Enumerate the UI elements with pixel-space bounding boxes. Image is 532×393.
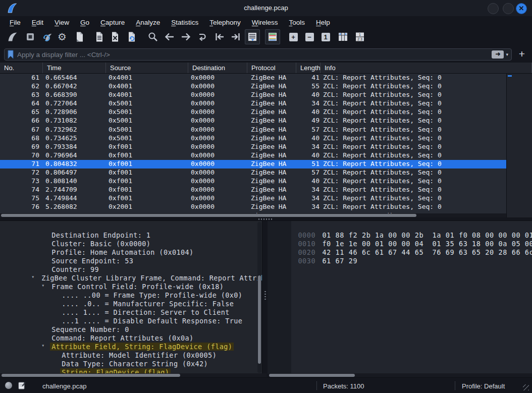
menu-item-statistics[interactable]: Statistics: [166, 18, 204, 27]
column-header-destination[interactable]: Destination: [188, 63, 247, 73]
scrollbar-thumb[interactable]: [1, 214, 416, 217]
statusbar-profile[interactable]: Profile: Default: [462, 382, 505, 390]
start-capture-button[interactable]: [6, 30, 20, 44]
menu-item-telephony[interactable]: Telephony: [204, 18, 246, 27]
capture-comment-icon[interactable]: [18, 381, 26, 389]
detail-line[interactable]: ▾String: FlagDevice (flag): [0, 360, 257, 369]
maximize-button[interactable]: [503, 3, 514, 14]
packet-row-68[interactable]: 680.7346250x5001 0x0000ZigBee HA40ZCL: R…: [0, 134, 506, 143]
menu-item-edit[interactable]: Edit: [26, 18, 49, 27]
capture-options-button[interactable]: ⚙: [55, 30, 69, 44]
reload-file-button[interactable]: [125, 30, 139, 44]
packet-row-69[interactable]: 690.7933840xf001 0x0000ZigBee HA34ZCL: R…: [0, 143, 506, 151]
column-header-info[interactable]: Info: [321, 63, 532, 73]
find-packet-button[interactable]: [146, 30, 160, 44]
menu-item-analyze[interactable]: Analyze: [130, 18, 166, 27]
go-forward-button[interactable]: [179, 30, 193, 44]
add-filter-button[interactable]: +: [519, 47, 525, 61]
menu-item-view[interactable]: View: [49, 18, 75, 27]
go-back-button[interactable]: [163, 30, 177, 44]
packet-list-hscrollbar[interactable]: [0, 213, 506, 217]
stop-capture-button[interactable]: [23, 30, 37, 44]
menu-item-wireless[interactable]: Wireless: [246, 18, 284, 27]
detail-line[interactable]: ▾Attribute Field, String: FlagDevice (fl…: [0, 334, 257, 343]
packet-row-64[interactable]: 640.7270640x5001 0x0000ZigBee HA34ZCL: R…: [0, 99, 506, 108]
packet-row-70[interactable]: 700.7969640xf001 0x0000ZigBee HA40ZCL: R…: [0, 151, 506, 160]
packet-row-75[interactable]: 754.7498440xf001 0x0000ZigBee HA34ZCL: R…: [0, 194, 506, 203]
resize-columns-button[interactable]: [336, 30, 350, 44]
menu-item-capture[interactable]: Capture: [95, 18, 130, 27]
packet-row-65[interactable]: 650.7289060x5001 0x0000ZigBee HA40ZCL: R…: [0, 108, 506, 117]
hex-bytes[interactable]: f0 1e 1e 00 01 00 00 04 01 35 63 18 00 0…: [317, 240, 532, 248]
zoom-out-button[interactable]: −: [302, 30, 316, 44]
detail-line[interactable]: ▾...1 .... = Disable Default Response: T…: [0, 309, 257, 317]
column-header-protocol[interactable]: Protocol: [247, 63, 296, 73]
normal-size-button[interactable]: 1: [318, 30, 333, 44]
open-file-button[interactable]: [73, 30, 87, 44]
packet-list-scrollbar[interactable]: [506, 74, 532, 217]
apply-filter-button[interactable]: ➜: [492, 50, 504, 59]
details-vscrollbar[interactable]: [257, 222, 261, 373]
menu-item-go[interactable]: Go: [75, 18, 95, 27]
detail-line[interactable]: ▾Destination Endpoint: 1: [0, 223, 257, 232]
packet-row-61[interactable]: 610.6654640x4001 0x0000ZigBee HA41ZCL: R…: [0, 74, 506, 82]
detail-line[interactable]: ▾Command: Report Attributes (0x0a): [0, 326, 257, 334]
close-button[interactable]: ✕: [516, 3, 527, 14]
detail-line[interactable]: ▾.... ..00 = Frame Type: Profile-wide (0…: [0, 283, 257, 292]
column-header-time[interactable]: Time: [43, 63, 106, 73]
detail-line[interactable]: ▾Counter: 99: [0, 257, 257, 266]
hex-bytes[interactable]: 61 67 29: [317, 257, 357, 265]
numbered-columns-button[interactable]: 12 3: [353, 30, 367, 44]
detail-line[interactable]: ▾Cluster: Basic (0x0000): [0, 232, 257, 240]
packet-row-74[interactable]: 742.7447090xf001 0x0000ZigBee HA34ZCL: R…: [0, 186, 506, 194]
detail-line[interactable]: ▾ZigBee Cluster Library Frame, Command: …: [0, 266, 257, 274]
expert-info-icon[interactable]: [5, 382, 12, 389]
hex-row[interactable]: 000001 88 f2 2b 1a 00 00 2b 1a 01 f0 08 …: [268, 223, 532, 232]
save-file-button[interactable]: [92, 30, 107, 44]
statusbar-filename[interactable]: challenge.pcap: [42, 382, 86, 390]
detail-line[interactable]: ▾Source Endpoint: 53: [0, 249, 257, 257]
window-resize-grip[interactable]: [523, 384, 529, 390]
detail-line[interactable]: ▾Profile: Home Automation (0x0104): [0, 240, 257, 249]
restart-capture-button[interactable]: [41, 30, 55, 44]
column-header-source[interactable]: Source: [106, 63, 188, 73]
detail-line[interactable]: ▾Sequence Number: 0: [0, 317, 257, 326]
packet-row-62[interactable]: 620.6670420x4001 0x0000ZigBee HA55ZCL: R…: [0, 82, 506, 91]
detail-line[interactable]: ▾.... 1... = Direction: Server to Client: [0, 300, 257, 309]
minimize-button[interactable]: [488, 3, 499, 14]
packet-row-66[interactable]: 660.7310820x5001 0x0000ZigBee HA49ZCL: R…: [0, 117, 506, 125]
go-to-packet-button[interactable]: [195, 30, 209, 44]
column-header-no[interactable]: No.: [0, 63, 43, 73]
zoom-in-button[interactable]: +: [286, 30, 300, 44]
menu-item-help[interactable]: Help: [310, 18, 336, 27]
packet-row-76[interactable]: 765.2680820x2001 0x0000ZigBee HA34ZCL: R…: [0, 203, 506, 211]
auto-scroll-toggle[interactable]: [245, 29, 260, 44]
go-first-packet-button[interactable]: [212, 30, 227, 44]
packet-row-73[interactable]: 730.8081400xf001 0x0000ZigBee HA40ZCL: R…: [0, 177, 506, 186]
bytes-hscrollbar[interactable]: [269, 373, 532, 377]
scrollbar-thumb[interactable]: [258, 275, 261, 364]
filter-dropdown-caret-icon[interactable]: ▾: [506, 52, 508, 57]
hex-bytes[interactable]: 42 11 46 6c 61 67 44 65 76 69 63 65 20 2…: [317, 248, 532, 256]
packet-row-67[interactable]: 670.7329620x5001 0x0000ZigBee HA57ZCL: R…: [0, 126, 506, 134]
packet-row-63[interactable]: 630.6683900x4001 0x0000ZigBee HA40ZCL: R…: [0, 91, 506, 99]
filter-bookmark-icon[interactable]: [7, 50, 14, 59]
close-file-button[interactable]: [108, 30, 122, 44]
go-last-packet-button[interactable]: [229, 30, 243, 44]
column-header-length[interactable]: Length: [296, 63, 321, 73]
packet-row-71[interactable]: 710.8048320xf001 0x0000ZigBee HA51ZCL: R…: [0, 160, 506, 169]
menu-item-file[interactable]: File: [4, 18, 26, 27]
details-hscrollbar[interactable]: [0, 373, 267, 377]
scrollbar-thumb[interactable]: [2, 374, 180, 377]
pane-splitter-vertical[interactable]: [264, 291, 266, 300]
packet-row-72[interactable]: 720.8064970xf001 0x0000ZigBee HA57ZCL: R…: [0, 169, 506, 177]
detail-line[interactable]: ▾Data Type: Character String (0x42): [0, 352, 257, 360]
pane-splitter-horizontal[interactable]: [258, 218, 274, 220]
menu-item-tools[interactable]: Tools: [284, 18, 311, 27]
detail-line[interactable]: ▾.... .0.. = Manufacturer Specific: Fals…: [0, 292, 257, 300]
colorize-toggle[interactable]: [265, 29, 280, 44]
detail-line[interactable]: ▾Frame Control Field: Profile-wide (0x18…: [0, 274, 257, 283]
detail-line[interactable]: ▾Attribute: Model Identifier (0x0005): [0, 343, 257, 352]
display-filter-input[interactable]: [14, 51, 492, 59]
scrollbar-thumb[interactable]: [269, 374, 355, 377]
